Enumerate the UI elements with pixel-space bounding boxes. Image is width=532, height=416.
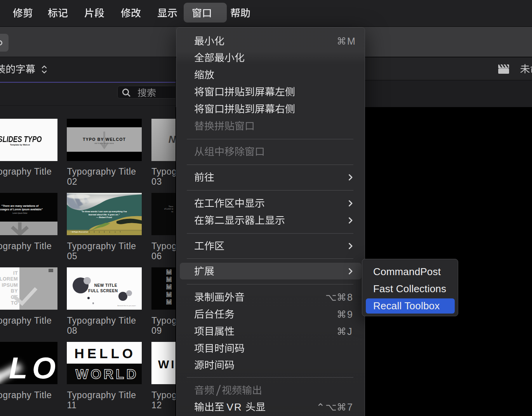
svg-text:learned about life: it goes on: learned about life: it goes on.": [89, 213, 120, 216]
svg-text:© All Rights Reserved Ltd: © All Rights Reserved Ltd: [71, 231, 88, 233]
svg-text:— Robert Frost: — Robert Frost: [96, 216, 113, 218]
svg-text:"In three words I can sum up e: "In three words I can sum up everything …: [82, 210, 127, 213]
